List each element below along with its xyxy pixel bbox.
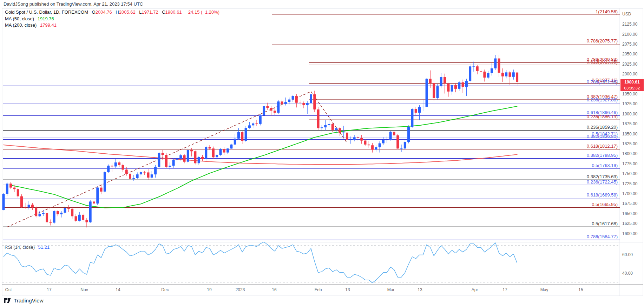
candle-up	[216, 155, 218, 157]
candle-up	[512, 72, 515, 76]
candle-down	[20, 196, 23, 207]
candle-down	[480, 71, 482, 72]
candle-up	[237, 132, 240, 139]
change-value: −24.15 (−1.20%)	[185, 9, 219, 15]
candle-down	[498, 59, 500, 73]
candle-up	[205, 147, 207, 159]
price-tick-label: 1600.00	[622, 231, 638, 236]
price-tick-label: 1725.00	[622, 181, 638, 186]
price-tick-label: 1775.00	[622, 161, 638, 166]
candle-down	[100, 188, 103, 192]
candle-down	[82, 215, 84, 220]
candle-down	[462, 82, 464, 87]
last-price: 1980.61	[620, 79, 644, 85]
price-tick-label: 1850.00	[622, 132, 638, 136]
ma200-line	[4, 145, 517, 165]
candle-up	[234, 139, 236, 145]
candle-up	[60, 213, 63, 214]
candle-up	[491, 68, 493, 73]
rsi-line	[4, 242, 517, 283]
fib-label: 0.786(1584.77)	[587, 234, 618, 239]
candle-up	[187, 150, 189, 162]
candle-down	[9, 183, 12, 187]
fib-label: 0.236(1886.13)	[587, 114, 618, 119]
candle-up	[426, 79, 428, 107]
fib-label: 0.786(2075.77)	[587, 38, 618, 44]
candle-down	[118, 162, 120, 165]
candle-down	[346, 133, 348, 140]
fib-label: 0.5(1665.95)	[592, 202, 618, 207]
candle-up	[469, 66, 471, 81]
rsi-value: 51.21	[38, 245, 50, 250]
price-tick-label: 1950.00	[622, 92, 638, 96]
candle-up	[28, 205, 30, 207]
candle-down	[447, 84, 449, 92]
candle-down	[85, 220, 88, 222]
candle-up	[422, 107, 424, 107]
candle-up	[440, 77, 442, 86]
time-axis-label: May	[540, 287, 548, 292]
open-value: 2004.76	[96, 9, 112, 15]
candle-down	[331, 124, 334, 130]
candle-down	[93, 201, 95, 203]
candle-down	[129, 174, 131, 179]
fib-label: 0.236(1859.20)	[587, 125, 618, 130]
candle-down	[476, 66, 479, 71]
last-price-badge: 1980.61 03:05:32	[620, 79, 644, 91]
candle-up	[42, 213, 45, 214]
low-value: 1971.72	[142, 9, 158, 15]
candle-up	[451, 85, 453, 92]
price-tick-label: 1875.00	[622, 121, 638, 126]
candle-up	[458, 82, 460, 89]
candle-up	[140, 172, 142, 174]
open-label: O	[92, 9, 96, 15]
price-tick-label: 2050.00	[622, 52, 638, 56]
candle-down	[360, 138, 363, 141]
candle-down	[67, 208, 70, 209]
candle-up	[154, 167, 157, 175]
candle-down	[212, 148, 215, 157]
chart-surface[interactable]: USD2125.002100.002075.002050.002025.0020…	[0, 0, 644, 307]
candle-up	[176, 159, 178, 160]
fib-label: 0.236(1722.45)	[587, 179, 618, 185]
time-axis-label: Mar	[387, 287, 395, 292]
candle-down	[483, 72, 486, 78]
candle-up	[487, 73, 489, 78]
candle-up	[96, 188, 99, 203]
candle-up	[335, 128, 337, 130]
price-tick-label: 1800.00	[622, 151, 638, 156]
fib-label: 0.5(1763.19)	[592, 163, 618, 168]
candle-down	[35, 207, 37, 216]
candle-down	[339, 128, 341, 133]
candle-down	[223, 149, 225, 152]
tradingview-published-chart: { "page": { "published_line": "DavidJSon…	[0, 0, 644, 307]
candle-up	[172, 160, 175, 166]
candle-down	[396, 135, 399, 148]
candle-down	[371, 145, 374, 149]
candle-up	[328, 124, 330, 125]
candle-down	[501, 73, 504, 76]
candle-up	[89, 201, 92, 222]
candle-up	[321, 127, 323, 128]
candle-up	[230, 145, 232, 148]
candle-up	[198, 157, 200, 163]
candle-down	[147, 172, 150, 178]
symbol-title: Gold Spot / U.S. Dollar, 1D, FOREXCOM	[5, 9, 88, 15]
candle-up	[436, 86, 439, 98]
candle-down	[143, 172, 146, 172]
candle-down	[57, 211, 59, 214]
close-value: 1980.61	[165, 9, 182, 15]
candle-up	[292, 96, 294, 99]
candle-down	[24, 207, 26, 207]
watermark-label: TradingView	[14, 298, 44, 303]
price-tick-label: 1675.00	[622, 201, 638, 206]
time-axis-label: 14	[116, 287, 120, 292]
candle-up	[306, 103, 309, 105]
fib-label: 0.618(1689.58)	[587, 192, 618, 198]
candle-up	[219, 149, 222, 155]
candle-down	[201, 157, 204, 159]
ma200-legend: MA (200, close) 1799.41	[5, 22, 57, 28]
candle-down	[516, 73, 518, 82]
symbol-legend: Gold Spot / U.S. Dollar, 1D, FOREXCOM O2…	[5, 9, 219, 15]
tradingview-watermark[interactable]: TradingView	[4, 297, 44, 304]
